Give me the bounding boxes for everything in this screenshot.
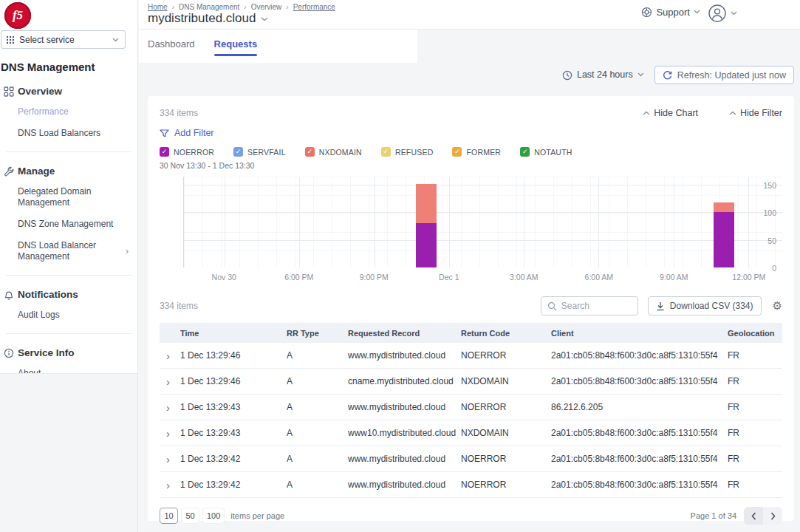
sidebar-section-manage[interactable]: Manage <box>0 160 137 181</box>
legend-checkbox-servfail[interactable]: ✓SERVFAIL <box>233 147 286 157</box>
breadcrumb-item[interactable]: DNS Management <box>179 3 239 11</box>
sidebar-section-notifications[interactable]: Notifications <box>0 283 137 304</box>
sidebar-section-label: Notifications <box>18 289 78 300</box>
title-chevron-down-icon[interactable] <box>261 12 268 25</box>
select-service-dropdown[interactable]: Select service <box>1 30 126 49</box>
y-axis-tick-label: 150 <box>759 181 776 190</box>
cell-client: 2a01:cb05:8b48:f600:3d0c:a8f5:1310:55f4 <box>551 480 728 490</box>
gridline <box>184 240 782 241</box>
cell-rr-type: A <box>287 480 348 490</box>
add-filter-button[interactable]: Add Filter <box>160 128 214 138</box>
sidebar-item-audit-logs[interactable]: Audit Logs <box>0 304 137 326</box>
chevron-right-icon: › <box>126 245 129 257</box>
cell-geolocation: FR <box>728 402 782 412</box>
row-expander-chevron-icon[interactable]: › <box>160 402 180 413</box>
tab-dashboard[interactable]: Dashboard <box>148 38 195 56</box>
breadcrumb-item[interactable]: Overview <box>251 3 282 11</box>
column-header-rr-type: RR Type <box>287 329 348 338</box>
tab-strip: DashboardRequests <box>139 30 417 63</box>
cell-geolocation: FR <box>728 376 782 386</box>
sidebar-item-dns-zone-management[interactable]: DNS Zone Management <box>0 214 137 235</box>
bell-icon <box>4 289 14 300</box>
search-box[interactable] <box>541 296 638 316</box>
breadcrumb-separator: › <box>172 3 174 11</box>
next-page-button[interactable] <box>763 507 782 525</box>
user-menu[interactable] <box>708 4 737 23</box>
sidebar-item-dns-load-balancers[interactable]: DNS Load Balancers <box>0 123 137 144</box>
gridline <box>375 177 375 267</box>
row-expander-chevron-icon[interactable]: › <box>160 350 180 361</box>
sidebar-item-delegated-domain-management[interactable]: Delegated Domain Management <box>0 181 137 214</box>
cell-time: 1 Dec 13:29:42 <box>180 480 287 490</box>
f5-logo[interactable]: f5 <box>4 2 31 29</box>
cell-geolocation: FR <box>728 480 782 490</box>
select-service-label: Select service <box>19 35 108 45</box>
tab-requests[interactable]: Requests <box>214 38 258 56</box>
gridline <box>184 212 782 213</box>
legend-label: FORMER <box>466 148 501 157</box>
table-row: ›1 Dec 13:29:42Awww.mydistributed.cloudN… <box>160 472 782 498</box>
bar-segment-nxdomain <box>714 202 734 212</box>
add-filter-label: Add Filter <box>174 128 214 138</box>
breadcrumb-item[interactable]: Performance <box>293 3 335 11</box>
row-expander-chevron-icon[interactable]: › <box>160 376 180 387</box>
checkbox-checked-icon: ✓ <box>381 147 391 157</box>
gear-icon[interactable]: ⚙ <box>773 300 782 311</box>
cell-geolocation: FR <box>728 350 782 361</box>
page-size-50[interactable]: 50 <box>181 508 199 524</box>
row-expander-chevron-icon[interactable]: › <box>160 454 180 465</box>
hide-filter-toggle[interactable]: Hide Filter <box>729 108 782 118</box>
cell-requested-record: www.mydistributed.cloud <box>348 402 461 412</box>
row-expander-chevron-icon[interactable]: › <box>160 480 180 491</box>
cell-time: 1 Dec 13:29:42 <box>180 454 287 464</box>
x-axis-tick-label: 6:00 AM <box>585 273 614 282</box>
refresh-icon <box>663 69 672 80</box>
table-row: ›1 Dec 13:29:46Awww.mydistributed.cloudN… <box>160 343 782 369</box>
legend-checkbox-nxdomain[interactable]: ✓NXDOMAIN <box>305 147 362 157</box>
support-label: Support <box>656 7 690 18</box>
grid-icon <box>4 86 14 97</box>
hide-chart-toggle[interactable]: Hide Chart <box>643 108 698 118</box>
cell-requested-record: www.mydistributed.cloud <box>348 480 461 490</box>
download-icon <box>656 300 665 310</box>
page-size-selector: 1050100 <box>160 508 225 524</box>
items-count: 334 items <box>160 108 612 118</box>
gridline <box>598 177 599 267</box>
chart-bar[interactable] <box>416 184 437 267</box>
legend-checkbox-noerror[interactable]: ✓NOERROR <box>160 147 214 157</box>
sidebar-section-label: Overview <box>18 86 62 97</box>
page-size-10[interactable]: 10 <box>160 508 178 524</box>
chart-bar[interactable] <box>714 202 734 267</box>
time-range-dropdown[interactable]: Last 24 hours <box>562 69 644 81</box>
cell-geolocation: FR <box>728 454 782 464</box>
chart-plot-area <box>183 177 782 267</box>
cell-return-code: NOERROR <box>461 454 551 464</box>
table-row: ›1 Dec 13:29:43Awww10.mydistributed.clou… <box>160 420 782 446</box>
sidebar-item-performance[interactable]: Performance <box>0 101 137 123</box>
cell-rr-type: A <box>287 350 348 361</box>
cell-return-code: NXDOMAIN <box>461 376 551 386</box>
x-axis-tick-label: Nov 30 <box>212 273 236 282</box>
support-menu[interactable]: Support <box>641 6 700 18</box>
y-axis-tick-label: 100 <box>759 208 776 217</box>
search-input[interactable] <box>561 301 632 311</box>
legend-checkbox-refused[interactable]: ✓REFUSED <box>381 147 434 157</box>
legend-checkbox-former[interactable]: ✓FORMER <box>452 147 501 157</box>
gridline <box>184 185 782 185</box>
download-csv-button[interactable]: Download CSV (334) <box>648 296 762 316</box>
refresh-button[interactable]: Refresh: Updated just now <box>654 66 794 84</box>
download-csv-label: Download CSV (334) <box>670 301 753 311</box>
sidebar-item-dns-load-balancer-management[interactable]: DNS Load Balancer Management› <box>0 235 137 267</box>
previous-page-button[interactable] <box>744 507 763 525</box>
page-size-100[interactable]: 100 <box>202 508 225 524</box>
breadcrumb-item[interactable]: Home <box>148 3 168 11</box>
row-expander-chevron-icon[interactable]: › <box>160 428 180 439</box>
breadcrumb: Home›DNS Management›Overview›Performance <box>148 3 335 11</box>
support-icon <box>641 6 652 18</box>
sidebar-section-service-info[interactable]: Service Info <box>0 341 137 363</box>
sidebar-section-overview[interactable]: Overview <box>0 80 137 101</box>
legend-checkbox-notauth[interactable]: ✓NOTAUTH <box>520 147 572 157</box>
chevron-left-icon <box>751 512 756 520</box>
sidebar-item-label: DNS Load Balancers <box>18 128 100 138</box>
x-axis-tick-label: 9:00 PM <box>360 273 389 282</box>
